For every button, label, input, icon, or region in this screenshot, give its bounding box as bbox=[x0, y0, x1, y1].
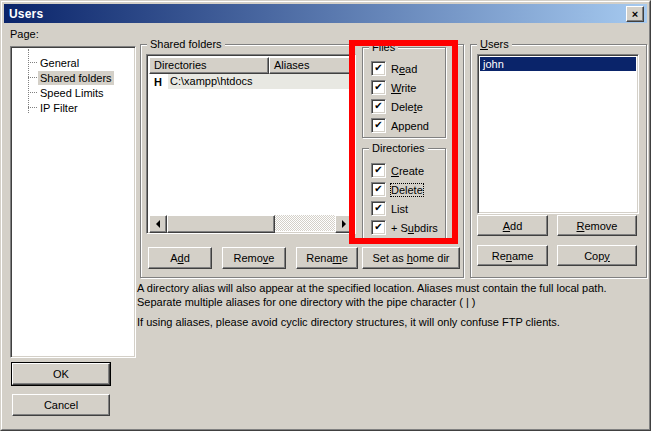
scroll-left-button[interactable] bbox=[149, 215, 167, 233]
read-label[interactable]: Read bbox=[391, 63, 417, 75]
append-checkbox[interactable] bbox=[371, 118, 386, 133]
cyclic-warning-paragraph: If using aliases, please avoid cyclic di… bbox=[137, 315, 639, 329]
directories-group-title: Directories bbox=[369, 142, 428, 154]
checkbox-row-subdirs[interactable]: + Subdirs bbox=[371, 220, 438, 235]
alias-help-paragraph: A directory alias will also appear at th… bbox=[137, 281, 639, 309]
sidebar-item-speed-limits[interactable]: Speed Limits bbox=[13, 85, 133, 100]
checkbox-row-list[interactable]: List bbox=[371, 201, 408, 216]
tree-stub bbox=[28, 92, 37, 93]
checkbox-row-create[interactable]: Create bbox=[371, 163, 424, 178]
file-delete-checkbox[interactable] bbox=[371, 99, 386, 114]
create-label[interactable]: Create bbox=[391, 165, 424, 177]
users-rename-button[interactable]: Rename bbox=[477, 245, 548, 266]
close-button[interactable]: × bbox=[626, 6, 644, 22]
arrow-right-icon bbox=[342, 220, 350, 228]
directories-group: Directories Create Delete List + Subdirs bbox=[362, 148, 446, 240]
scrollbar-track[interactable] bbox=[275, 215, 335, 231]
write-checkbox[interactable] bbox=[371, 80, 386, 95]
scrollbar-thumb[interactable] bbox=[167, 215, 275, 233]
users-listbox[interactable]: john bbox=[477, 54, 639, 214]
checkbox-row-read[interactable]: Read bbox=[371, 61, 417, 76]
scroll-right-button[interactable] bbox=[335, 215, 353, 233]
checkbox-row-dir-delete[interactable]: Delete bbox=[371, 182, 423, 197]
users-group-title: Users bbox=[477, 38, 512, 50]
tree-stub bbox=[28, 77, 37, 78]
subdirs-label[interactable]: + Subdirs bbox=[391, 222, 438, 234]
listview-header: Directories Aliases bbox=[149, 57, 353, 74]
list-label[interactable]: List bbox=[391, 203, 408, 215]
title-bar[interactable]: Users × bbox=[4, 4, 647, 23]
dir-delete-checkbox[interactable] bbox=[371, 182, 386, 197]
page-tree-inner: General Shared folders Speed Limits IP F… bbox=[13, 49, 133, 355]
files-group-title: Files bbox=[369, 41, 398, 53]
column-header-directories[interactable]: Directories bbox=[149, 57, 269, 74]
close-icon: × bbox=[632, 9, 638, 20]
users-copy-button[interactable]: Copy bbox=[557, 245, 637, 266]
users-add-button[interactable]: Add bbox=[477, 215, 548, 236]
directory-row[interactable]: H C:\xampp\htdocs bbox=[149, 74, 353, 89]
horizontal-scrollbar[interactable] bbox=[149, 215, 353, 231]
directory-path: C:\xampp\htdocs bbox=[168, 74, 353, 89]
sidebar-item-general[interactable]: General bbox=[13, 55, 133, 70]
file-delete-label[interactable]: Delete bbox=[391, 101, 423, 113]
window-title: Users bbox=[4, 7, 43, 21]
arrow-left-icon bbox=[152, 220, 160, 228]
users-dialog: Users × Page: General Shared folders Spe… bbox=[0, 0, 651, 431]
cancel-button[interactable]: Cancel bbox=[12, 394, 110, 416]
home-marker: H bbox=[149, 76, 168, 88]
column-header-aliases[interactable]: Aliases bbox=[269, 57, 353, 74]
read-checkbox[interactable] bbox=[371, 61, 386, 76]
list-checkbox[interactable] bbox=[371, 201, 386, 216]
sidebar-item-label: General bbox=[38, 56, 81, 70]
append-label[interactable]: Append bbox=[391, 120, 429, 132]
sidebar-item-label: Shared folders bbox=[38, 71, 114, 85]
sidebar-item-label: IP Filter bbox=[38, 101, 80, 115]
directories-listview[interactable]: Directories Aliases H C:\xampp\htdocs bbox=[146, 54, 356, 234]
create-checkbox[interactable] bbox=[371, 163, 386, 178]
set-as-home-dir-button[interactable]: Set as home dir bbox=[362, 247, 460, 269]
folders-rename-button[interactable]: Rename bbox=[296, 247, 358, 269]
write-label[interactable]: Write bbox=[391, 82, 416, 94]
tree-stub bbox=[28, 107, 37, 108]
ok-button[interactable]: OK bbox=[12, 363, 110, 385]
sidebar-item-shared-folders[interactable]: Shared folders bbox=[13, 70, 133, 85]
users-remove-button[interactable]: Remove bbox=[557, 215, 637, 236]
sidebar-item-ip-filter[interactable]: IP Filter bbox=[13, 100, 133, 115]
page-tree[interactable]: General Shared folders Speed Limits IP F… bbox=[10, 46, 136, 358]
folders-remove-button[interactable]: Remove bbox=[222, 247, 286, 269]
description-text: A directory alias will also appear at th… bbox=[137, 281, 639, 335]
subdirs-checkbox[interactable] bbox=[371, 220, 386, 235]
checkbox-row-file-delete[interactable]: Delete bbox=[371, 99, 423, 114]
shared-folders-group-title: Shared folders bbox=[147, 38, 225, 50]
checkbox-row-append[interactable]: Append bbox=[371, 118, 429, 133]
page-label: Page: bbox=[10, 28, 39, 40]
checkbox-row-write[interactable]: Write bbox=[371, 80, 416, 95]
sidebar-item-label: Speed Limits bbox=[38, 86, 106, 100]
dir-delete-label[interactable]: Delete bbox=[391, 184, 423, 196]
folders-add-button[interactable]: Add bbox=[148, 247, 212, 269]
files-group: Files Read Write Delete Append bbox=[362, 47, 446, 138]
user-row-john[interactable]: john bbox=[480, 57, 636, 71]
tree-stub bbox=[28, 62, 37, 63]
